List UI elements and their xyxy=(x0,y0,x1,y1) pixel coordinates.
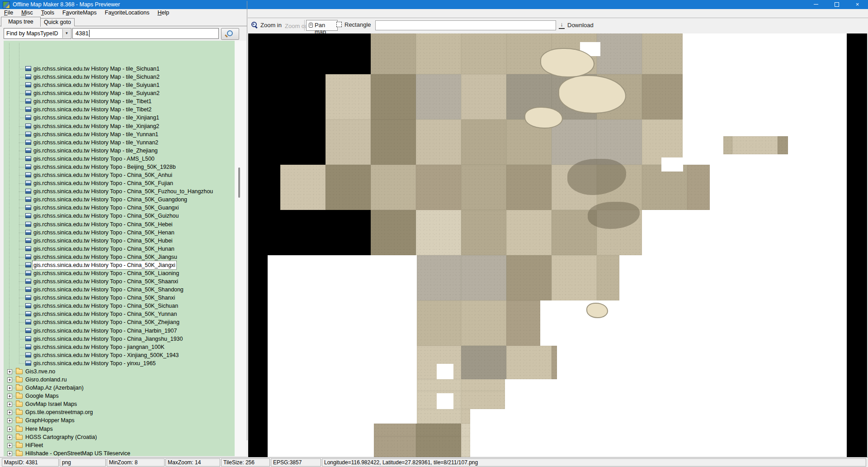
tree-item[interactable]: gis.rchss.sinica.edu.tw History Topo - C… xyxy=(4,204,235,212)
expand-plus-icon[interactable] xyxy=(7,377,12,382)
tree-scrollbar[interactable] xyxy=(235,41,246,456)
tree-item-label[interactable]: gis.rchss.sinica.edu.tw History Topo - C… xyxy=(33,261,176,269)
tree-folder-label[interactable]: Gisro.donland.ru xyxy=(24,376,68,384)
tree-item[interactable]: gis.rchss.sinica.edu.tw History Topo - C… xyxy=(4,220,235,229)
tree-item[interactable]: gis.rchss.sinica.edu.tw History Topo - C… xyxy=(4,171,235,179)
maximize-button[interactable] xyxy=(826,0,847,9)
tree-item[interactable]: gis.rchss.sinica.edu.tw History Topo - X… xyxy=(4,351,235,359)
tree-item-label[interactable]: gis.rchss.sinica.edu.tw History Map - ti… xyxy=(33,89,160,97)
tree-item[interactable]: gis.rchss.sinica.edu.tw History Topo - C… xyxy=(4,212,235,220)
tree-folder-label[interactable]: Google Maps xyxy=(24,392,60,400)
toolbar-input[interactable] xyxy=(375,20,556,30)
tree-folder-label[interactable]: HGSS Cartography (Croatia) xyxy=(24,433,98,441)
tree-item[interactable]: gis.rchss.sinica.edu.tw History Map - ti… xyxy=(4,97,235,105)
tree-folder-item[interactable]: HiFleet xyxy=(4,441,235,449)
expand-plus-icon[interactable] xyxy=(7,418,12,423)
menu-favoritelocations[interactable]: FavoriteLocations xyxy=(101,9,154,17)
tree-item[interactable]: gis.rchss.sinica.edu.tw History Map - ti… xyxy=(4,73,235,81)
tree-item[interactable]: gis.rchss.sinica.edu.tw History Topo - C… xyxy=(4,261,235,269)
tree-folder-label[interactable]: GovMap Israel Maps xyxy=(24,400,78,408)
tree-folder-item[interactable]: GoMap.Az (Azerbaijan) xyxy=(4,384,235,392)
tree-folder-label[interactable]: Gps.tile.openstreetmap.org xyxy=(24,408,94,416)
tree-item[interactable]: gis.rchss.sinica.edu.tw History Map - ti… xyxy=(4,105,235,114)
expand-plus-icon[interactable] xyxy=(7,443,12,448)
search-input[interactable]: 4381 xyxy=(72,28,219,39)
tree-item[interactable]: gis.rchss.sinica.edu.tw History Topo - C… xyxy=(4,269,235,277)
tree-folder-item[interactable]: GraphHopper Maps xyxy=(4,416,235,424)
tree-item[interactable]: gis.rchss.sinica.edu.tw History Map - ti… xyxy=(4,65,235,73)
menu-favoritemaps[interactable]: FavoriteMaps xyxy=(58,9,101,17)
pan-map-button[interactable]: Pan map xyxy=(306,20,338,31)
tree-item[interactable]: gis.rchss.sinica.edu.tw History Topo - B… xyxy=(4,163,235,171)
menu-misc[interactable]: Misc xyxy=(17,9,37,17)
tree-folder-item[interactable]: Gisro.donland.ru xyxy=(4,376,235,384)
chevron-down-icon[interactable]: ▼ xyxy=(62,29,71,38)
tree-item-label[interactable]: gis.rchss.sinica.edu.tw History Topo - C… xyxy=(33,277,179,286)
tree-item-label[interactable]: gis.rchss.sinica.edu.tw History Topo - C… xyxy=(33,294,176,302)
download-button[interactable]: ↓ Download xyxy=(559,21,599,29)
tree-item[interactable]: gis.rchss.sinica.edu.tw History Topo - C… xyxy=(4,335,235,343)
tree-folder-label[interactable]: Here Maps xyxy=(24,425,54,433)
tree-item[interactable]: gis.rchss.sinica.edu.tw History Topo - C… xyxy=(4,286,235,294)
tree-folder-item[interactable]: Here Maps xyxy=(4,425,235,433)
tree-item[interactable]: gis.rchss.sinica.edu.tw History Map - ti… xyxy=(4,114,235,122)
tree-folder-item[interactable]: Gis3.nve.no xyxy=(4,367,235,376)
tree-folder-item[interactable]: HGSS Cartography (Croatia) xyxy=(4,433,235,441)
tree-item-label[interactable]: gis.rchss.sinica.edu.tw History Topo - y… xyxy=(33,359,156,367)
tree-item[interactable]: gis.rchss.sinica.edu.tw History Topo - C… xyxy=(4,195,235,204)
expand-plus-icon[interactable] xyxy=(7,410,12,415)
tree-item-label[interactable]: gis.rchss.sinica.edu.tw History Topo - C… xyxy=(33,171,173,179)
tree-item-label[interactable]: gis.rchss.sinica.edu.tw History Map - ti… xyxy=(33,105,152,114)
tree-item[interactable]: gis.rchss.sinica.edu.tw History Topo - C… xyxy=(4,187,235,195)
tree-folder-item[interactable]: GovMap Israel Maps xyxy=(4,400,235,408)
search-button[interactable] xyxy=(221,28,239,40)
tab-quick-goto[interactable]: Quick goto xyxy=(40,18,75,26)
tree-item-label[interactable]: gis.rchss.sinica.edu.tw History Map - ti… xyxy=(33,114,160,122)
tree-item[interactable]: gis.rchss.sinica.edu.tw History Map - ti… xyxy=(4,147,235,155)
tree-item[interactable]: gis.rchss.sinica.edu.tw History Topo - C… xyxy=(4,310,235,318)
tree-item[interactable]: gis.rchss.sinica.edu.tw History Topo - j… xyxy=(4,343,235,351)
minimize-button[interactable] xyxy=(806,0,826,9)
zoom-in-button[interactable]: + Zoom in xyxy=(251,21,283,30)
tree-item-label[interactable]: gis.rchss.sinica.edu.tw History Topo - C… xyxy=(33,229,175,237)
tree-folder-item[interactable]: Google Maps xyxy=(4,392,235,400)
tree-item[interactable]: gis.rchss.sinica.edu.tw History Map - ti… xyxy=(4,89,235,97)
tree-item[interactable]: gis.rchss.sinica.edu.tw History Map - ti… xyxy=(4,138,235,147)
tree-item[interactable]: gis.rchss.sinica.edu.tw History Topo - C… xyxy=(4,327,235,335)
tree-item-label[interactable]: gis.rchss.sinica.edu.tw History Topo - X… xyxy=(33,351,179,359)
tab-maps-tree[interactable]: Maps tree xyxy=(1,17,41,27)
tree-item[interactable]: gis.rchss.sinica.edu.tw History Topo - C… xyxy=(4,294,235,302)
map-canvas[interactable] xyxy=(248,33,867,457)
tree-folder-label[interactable]: HiFleet xyxy=(24,441,44,449)
tree-item-label[interactable]: gis.rchss.sinica.edu.tw History Topo - B… xyxy=(33,163,177,171)
tree-item-label[interactable]: gis.rchss.sinica.edu.tw History Map - ti… xyxy=(33,130,159,138)
tree-item[interactable]: gis.rchss.sinica.edu.tw History Topo - C… xyxy=(4,277,235,286)
tree-item-label[interactable]: gis.rchss.sinica.edu.tw History Topo - C… xyxy=(33,269,180,277)
tree-item[interactable]: gis.rchss.sinica.edu.tw History Topo - y… xyxy=(4,359,235,367)
tree-item-label[interactable]: gis.rchss.sinica.edu.tw History Map - ti… xyxy=(33,65,160,73)
tree-item-label[interactable]: gis.rchss.sinica.edu.tw History Topo - C… xyxy=(33,302,179,310)
tree-item[interactable]: gis.rchss.sinica.edu.tw History Map - ti… xyxy=(4,81,235,89)
tree-item[interactable]: gis.rchss.sinica.edu.tw History Topo - C… xyxy=(4,245,235,253)
tree-scrollbar-thumb[interactable] xyxy=(238,167,240,198)
tree-item[interactable]: gis.rchss.sinica.edu.tw History Topo - C… xyxy=(4,302,235,310)
tree-item-label[interactable]: gis.rchss.sinica.edu.tw History Topo - C… xyxy=(33,318,180,326)
tree-item-label[interactable]: gis.rchss.sinica.edu.tw History Topo - A… xyxy=(33,155,156,163)
tree-item-label[interactable]: gis.rchss.sinica.edu.tw History Topo - C… xyxy=(33,187,214,195)
tree-item-label[interactable]: gis.rchss.sinica.edu.tw History Topo - C… xyxy=(33,335,184,343)
panel-divider[interactable] xyxy=(247,1,247,440)
tree-folder-item[interactable]: Hillshade - OpenStreetMap US Tileservice xyxy=(4,449,235,456)
tree-item[interactable]: gis.rchss.sinica.edu.tw History Topo - A… xyxy=(4,155,235,163)
expand-plus-icon[interactable] xyxy=(7,435,12,440)
tree-folder-label[interactable]: GraphHopper Maps xyxy=(24,416,75,424)
tree-item-label[interactable]: gis.rchss.sinica.edu.tw History Map - ti… xyxy=(33,122,160,130)
tree-item[interactable]: gis.rchss.sinica.edu.tw History Topo - C… xyxy=(4,179,235,187)
expand-plus-icon[interactable] xyxy=(7,369,12,374)
tree-item[interactable]: gis.rchss.sinica.edu.tw History Map - ti… xyxy=(4,122,235,130)
rectangle-button[interactable]: Rectangle xyxy=(336,21,373,29)
tree-item-label[interactable]: gis.rchss.sinica.edu.tw History Topo - C… xyxy=(33,212,179,220)
tree-folder-label[interactable]: Hillshade - OpenStreetMap US Tileservice xyxy=(24,449,131,456)
find-by-dropdown[interactable]: Find by MapsTypeID ▼ xyxy=(4,28,71,39)
menu-help[interactable]: Help xyxy=(153,9,173,17)
tree-item-label[interactable]: gis.rchss.sinica.edu.tw History Topo - C… xyxy=(33,237,174,245)
